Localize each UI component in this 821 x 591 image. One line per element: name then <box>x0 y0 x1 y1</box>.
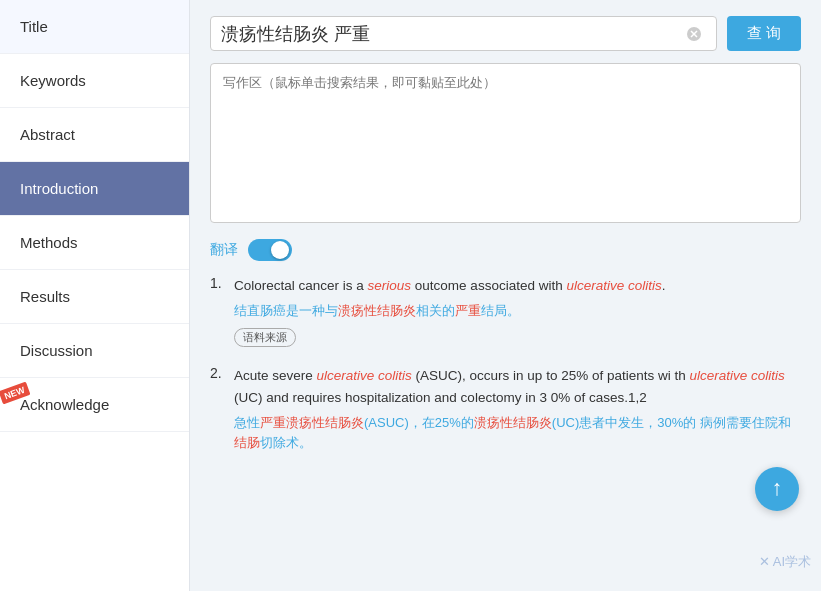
sidebar-item-label: Title <box>20 18 48 35</box>
sidebar-item-discussion[interactable]: Discussion <box>0 324 189 378</box>
result-zh-text[interactable]: 结直肠癌是一种与溃疡性结肠炎相关的严重结局。 <box>234 301 801 322</box>
highlighted-zh-term: 结肠 <box>234 435 260 450</box>
writing-area[interactable] <box>210 63 801 223</box>
translate-label: 翻译 <box>210 241 238 259</box>
search-bar: 查 询 <box>210 16 801 51</box>
query-button[interactable]: 查 询 <box>727 16 801 51</box>
highlighted-zh-term: 严重溃疡性结肠炎 <box>260 415 364 430</box>
arrow-up-icon: ↑ <box>772 477 783 499</box>
result-en-text[interactable]: Acute severe ulcerative colitis (ASUC), … <box>234 365 801 408</box>
sidebar-item-introduction[interactable]: Introduction <box>0 162 189 216</box>
result-item-2: 2.Acute severe ulcerative colitis (ASUC)… <box>210 365 801 454</box>
sidebar-item-label: Introduction <box>20 180 98 197</box>
sidebar-item-acknowledge[interactable]: NEWAcknowledge <box>0 378 189 432</box>
result-item-1: 1.Colorectal cancer is a serious outcome… <box>210 275 801 347</box>
sidebar-item-title[interactable]: Title <box>0 0 189 54</box>
sidebar-item-keywords[interactable]: Keywords <box>0 54 189 108</box>
result-number: 2. <box>210 365 222 381</box>
highlighted-zh-term: 溃疡性结肠炎 <box>474 415 552 430</box>
highlighted-term: ulcerative colitis <box>689 368 784 383</box>
sidebar-item-label: Results <box>20 288 70 305</box>
result-zh-text[interactable]: 急性严重溃疡性结肠炎(ASUC)，在25%的溃疡性结肠炎(UC)患者中发生，30… <box>234 413 801 455</box>
sidebar-item-label: Methods <box>20 234 78 251</box>
search-input[interactable] <box>221 23 676 44</box>
scroll-top-button[interactable]: ↑ <box>755 467 799 511</box>
sidebar-item-results[interactable]: Results <box>0 270 189 324</box>
clear-button[interactable] <box>682 26 706 42</box>
sidebar-item-methods[interactable]: Methods <box>0 216 189 270</box>
source-tag[interactable]: 语料来源 <box>234 328 296 347</box>
results-list: 1.Colorectal cancer is a serious outcome… <box>210 275 801 454</box>
main-content: 查 询 翻译 1.Colorectal cancer is a serious … <box>190 0 821 591</box>
highlighted-zh-term: 严重 <box>455 303 481 318</box>
search-input-wrap <box>210 16 717 51</box>
toggle-knob <box>271 241 289 259</box>
sidebar-item-abstract[interactable]: Abstract <box>0 108 189 162</box>
sidebar-item-label: Discussion <box>20 342 93 359</box>
close-icon <box>686 26 702 42</box>
highlighted-term: ulcerative colitis <box>566 278 661 293</box>
result-en-text[interactable]: Colorectal cancer is a serious outcome a… <box>234 275 801 297</box>
sidebar-item-label: Acknowledge <box>20 396 109 413</box>
sidebar-item-label: Keywords <box>20 72 86 89</box>
sidebar: TitleKeywordsAbstractIntroductionMethods… <box>0 0 190 591</box>
sidebar-item-label: Abstract <box>20 126 75 143</box>
result-number: 1. <box>210 275 222 291</box>
highlighted-term: ulcerative colitis <box>317 368 412 383</box>
translate-toggle[interactable] <box>248 239 292 261</box>
translate-row: 翻译 <box>210 239 801 261</box>
highlighted-term: serious <box>368 278 412 293</box>
highlighted-zh-term: 溃疡性结肠炎 <box>338 303 416 318</box>
